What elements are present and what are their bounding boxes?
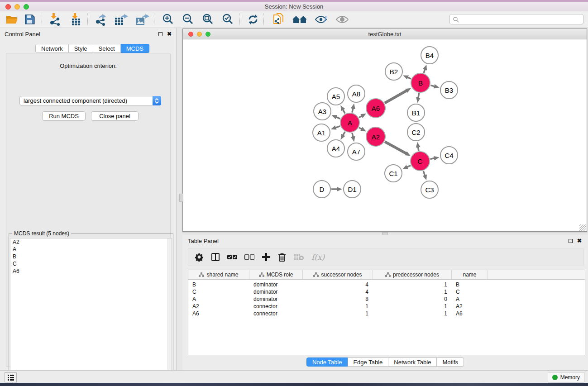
edge-A-A4[interactable] bbox=[343, 132, 345, 135]
cell[interactable]: A bbox=[188, 295, 249, 303]
import-table-icon[interactable] bbox=[69, 13, 83, 26]
cell[interactable]: B bbox=[452, 281, 488, 288]
graph-node-B4[interactable]: B4 bbox=[421, 46, 439, 64]
edge-C-C2[interactable] bbox=[418, 147, 419, 151]
float-panel-icon[interactable] bbox=[158, 32, 163, 36]
tab-node-table[interactable]: Node Table bbox=[306, 357, 348, 367]
result-item[interactable]: A6 bbox=[10, 267, 172, 275]
edge-A-A6[interactable] bbox=[359, 116, 362, 118]
cell[interactable]: 4 bbox=[303, 281, 373, 288]
result-item[interactable]: B bbox=[10, 253, 172, 260]
cell[interactable]: A2 bbox=[452, 303, 488, 310]
graph-node-D1[interactable]: D1 bbox=[343, 180, 361, 198]
table-row[interactable]: A6connector11A6 bbox=[188, 310, 585, 317]
cell[interactable]: 0 bbox=[373, 295, 452, 303]
export-table-icon[interactable] bbox=[114, 13, 129, 26]
zoom-out-icon[interactable] bbox=[182, 13, 194, 26]
result-item[interactable]: A2 bbox=[10, 238, 172, 246]
edge-B-B2[interactable] bbox=[407, 77, 411, 79]
cell[interactable]: connector bbox=[249, 303, 303, 310]
settings-gear-icon[interactable] bbox=[195, 251, 204, 263]
tab-network[interactable]: Network bbox=[35, 44, 69, 53]
clone-network-icon[interactable] bbox=[272, 13, 285, 26]
column-header-name[interactable]: name bbox=[452, 270, 488, 279]
cell[interactable]: 1 bbox=[303, 303, 373, 310]
graph-node-D[interactable]: D bbox=[313, 180, 331, 198]
edge-B-B1[interactable] bbox=[418, 93, 419, 98]
result-item[interactable]: C bbox=[10, 260, 172, 267]
graph-node-A6[interactable]: A6 bbox=[366, 98, 386, 118]
refresh-view-icon[interactable] bbox=[247, 13, 259, 26]
graph-node-B3[interactable]: B3 bbox=[440, 81, 458, 99]
column-header-successor-nodes[interactable]: successor nodes bbox=[303, 270, 373, 279]
close-panel-icon[interactable]: ✖ bbox=[167, 32, 172, 36]
graph-node-C3[interactable]: C3 bbox=[421, 181, 439, 199]
cell[interactable]: 4 bbox=[303, 288, 373, 295]
graph-node-B1[interactable]: B1 bbox=[407, 104, 425, 122]
edge-A-A8[interactable] bbox=[352, 108, 353, 112]
tab-style[interactable]: Style bbox=[69, 44, 93, 53]
cell[interactable]: dominator bbox=[249, 295, 303, 303]
table-row[interactable]: Bdominator41B bbox=[188, 281, 585, 288]
cell[interactable]: A bbox=[452, 295, 488, 303]
graph-node-A8[interactable]: A8 bbox=[347, 85, 365, 103]
export-image-icon[interactable] bbox=[135, 13, 149, 26]
cell[interactable]: dominator bbox=[249, 288, 303, 295]
close-panel-button[interactable]: Close panel bbox=[91, 111, 139, 121]
result-scrollbar[interactable] bbox=[167, 238, 172, 386]
graph-node-A7[interactable]: A7 bbox=[347, 143, 365, 161]
graph-node-A2[interactable]: A2 bbox=[366, 127, 386, 147]
table-row[interactable]: Adominator80A bbox=[188, 295, 585, 303]
edge-A-A5[interactable] bbox=[343, 110, 345, 114]
edge-B-B3[interactable] bbox=[430, 86, 435, 86]
edge-C-C1[interactable] bbox=[407, 166, 411, 167]
edge-A-A1[interactable] bbox=[335, 126, 340, 128]
show-graphics-details-icon[interactable] bbox=[335, 13, 349, 26]
graph-node-C2[interactable]: C2 bbox=[407, 123, 425, 141]
float-table-panel-icon[interactable] bbox=[569, 239, 573, 243]
home-icon[interactable] bbox=[292, 13, 307, 26]
open-session-icon[interactable] bbox=[5, 13, 18, 26]
graph-node-C[interactable]: C bbox=[410, 151, 430, 171]
table-row[interactable]: Cdominator41C bbox=[188, 288, 585, 295]
graph-node-A[interactable]: A bbox=[340, 113, 360, 133]
cell[interactable]: dominator bbox=[249, 281, 303, 288]
window-resize-grip[interactable] bbox=[579, 224, 586, 231]
result-item[interactable]: A bbox=[10, 246, 172, 253]
run-mcds-button[interactable]: Run MCDS bbox=[42, 111, 86, 121]
edge-A-A7[interactable] bbox=[352, 133, 353, 137]
column-header-MCDS-role[interactable]: MCDS role bbox=[249, 270, 303, 279]
tab-edge-table[interactable]: Edge Table bbox=[348, 357, 388, 367]
add-column-icon[interactable] bbox=[262, 251, 271, 263]
graph-node-B2[interactable]: B2 bbox=[385, 62, 403, 81]
hide-graphics-details-icon[interactable] bbox=[315, 13, 328, 26]
cell[interactable]: B bbox=[188, 281, 249, 288]
zoom-fit-icon[interactable] bbox=[201, 13, 214, 26]
cell[interactable]: 1 bbox=[373, 310, 452, 317]
cell[interactable]: C bbox=[452, 288, 488, 295]
export-network-icon[interactable] bbox=[94, 13, 108, 26]
graph-node-A1[interactable]: A1 bbox=[312, 124, 330, 142]
cell[interactable]: A6 bbox=[188, 310, 249, 317]
tab-mcds[interactable]: MCDS bbox=[121, 44, 149, 53]
zoom-in-icon[interactable] bbox=[162, 13, 174, 26]
graph-node-C1[interactable]: C1 bbox=[384, 164, 402, 182]
edge-A6-B[interactable] bbox=[385, 91, 407, 103]
search-input[interactable] bbox=[449, 14, 583, 24]
task-history-button[interactable] bbox=[5, 372, 17, 382]
cell[interactable]: connector bbox=[249, 310, 303, 317]
tab-select[interactable]: Select bbox=[93, 44, 121, 53]
criterion-dropdown[interactable]: largest connected component (directed) bbox=[19, 96, 161, 105]
zoom-selected-icon[interactable] bbox=[221, 13, 234, 26]
edge-A-A2[interactable] bbox=[359, 128, 362, 129]
graph-node-A5[interactable]: A5 bbox=[327, 87, 345, 105]
cell[interactable]: 1 bbox=[373, 288, 452, 295]
edge-B-B4[interactable] bbox=[424, 69, 425, 73]
edge-A-A3[interactable] bbox=[336, 117, 340, 119]
import-network-icon[interactable] bbox=[48, 13, 62, 26]
cell[interactable]: 1 bbox=[373, 281, 452, 288]
graph-node-A4[interactable]: A4 bbox=[327, 139, 345, 157]
cell[interactable]: C bbox=[188, 288, 249, 295]
select-all-checks-icon[interactable] bbox=[227, 251, 237, 263]
cell[interactable]: 1 bbox=[373, 303, 452, 310]
